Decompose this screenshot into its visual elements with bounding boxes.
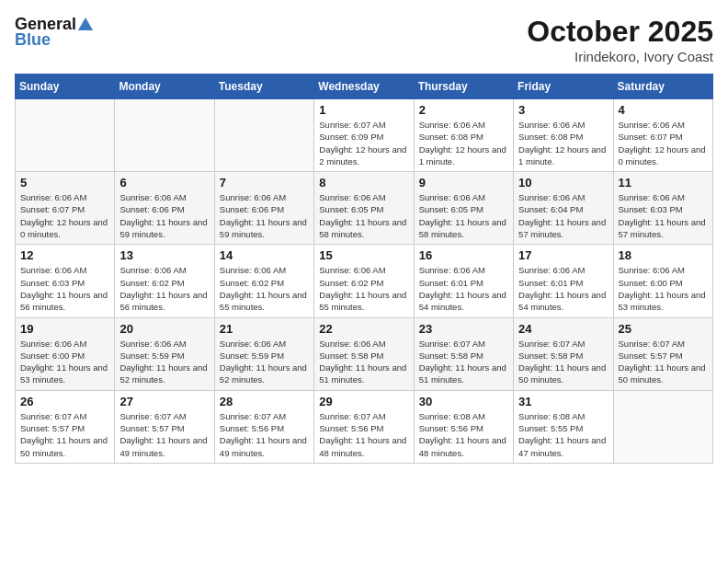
- calendar-day-header: Tuesday: [214, 75, 313, 99]
- day-number: 3: [518, 103, 608, 117]
- day-number: 22: [319, 322, 408, 336]
- calendar-day-cell: 20Sunrise: 6:06 AMSunset: 5:59 PMDayligh…: [115, 317, 214, 390]
- day-info: Sunrise: 6:07 AMSunset: 6:09 PMDaylight:…: [319, 119, 408, 167]
- calendar-day-cell: 30Sunrise: 6:08 AMSunset: 5:56 PMDayligh…: [414, 390, 513, 463]
- day-number: 4: [619, 103, 708, 117]
- logo-blue-text: Blue: [15, 30, 51, 50]
- calendar-day-cell: 5Sunrise: 6:06 AMSunset: 6:07 PMDaylight…: [16, 172, 115, 245]
- calendar-day-header: Saturday: [613, 75, 712, 99]
- day-info: Sunrise: 6:06 AMSunset: 5:59 PMDaylight:…: [220, 338, 309, 386]
- day-info: Sunrise: 6:06 AMSunset: 6:02 PMDaylight:…: [119, 264, 209, 313]
- calendar-title: October 2025: [527, 15, 713, 49]
- day-number: 26: [20, 395, 109, 408]
- day-number: 19: [20, 322, 109, 336]
- day-number: 5: [20, 176, 109, 190]
- day-info: Sunrise: 6:07 AMSunset: 5:56 PMDaylight:…: [220, 410, 309, 459]
- day-number: 17: [518, 248, 608, 262]
- calendar-day-cell: 15Sunrise: 6:06 AMSunset: 6:02 PMDayligh…: [314, 245, 414, 317]
- calendar-day-cell: 21Sunrise: 6:06 AMSunset: 5:59 PMDayligh…: [214, 317, 313, 390]
- day-info: Sunrise: 6:07 AMSunset: 5:57 PMDaylight:…: [119, 410, 209, 459]
- calendar-day-cell: 18Sunrise: 6:06 AMSunset: 6:00 PMDayligh…: [613, 245, 712, 317]
- day-number: 27: [119, 395, 209, 408]
- calendar-day-cell: 26Sunrise: 6:07 AMSunset: 5:57 PMDayligh…: [16, 390, 115, 463]
- calendar-day-header: Thursday: [414, 75, 513, 99]
- calendar-week-row: 5Sunrise: 6:06 AMSunset: 6:07 PMDaylight…: [16, 172, 713, 245]
- day-info: Sunrise: 6:08 AMSunset: 5:55 PMDaylight:…: [518, 410, 608, 459]
- calendar-day-header: Wednesday: [314, 75, 414, 99]
- day-info: Sunrise: 6:07 AMSunset: 5:58 PMDaylight:…: [419, 338, 508, 386]
- day-number: 16: [419, 248, 508, 262]
- calendar-day-cell: 1Sunrise: 6:07 AMSunset: 6:09 PMDaylight…: [314, 99, 414, 172]
- calendar-header-row: SundayMondayTuesdayWednesdayThursdayFrid…: [16, 75, 713, 99]
- calendar-day-header: Sunday: [16, 75, 115, 99]
- calendar-day-cell: 11Sunrise: 6:06 AMSunset: 6:03 PMDayligh…: [613, 172, 712, 245]
- day-number: 12: [20, 248, 109, 262]
- day-number: 6: [119, 176, 209, 190]
- day-info: Sunrise: 6:06 AMSunset: 6:02 PMDaylight:…: [319, 264, 408, 313]
- day-info: Sunrise: 6:07 AMSunset: 5:57 PMDaylight:…: [20, 410, 109, 459]
- calendar-week-row: 26Sunrise: 6:07 AMSunset: 5:57 PMDayligh…: [16, 390, 713, 463]
- calendar-day-cell: [214, 99, 313, 172]
- day-info: Sunrise: 6:06 AMSunset: 6:00 PMDaylight:…: [20, 338, 109, 386]
- day-info: Sunrise: 6:06 AMSunset: 5:59 PMDaylight:…: [119, 338, 209, 386]
- title-block: October 2025 Irindekoro, Ivory Coast: [527, 15, 713, 64]
- day-number: 23: [419, 322, 508, 336]
- day-number: 1: [319, 103, 408, 117]
- calendar-day-cell: 24Sunrise: 6:07 AMSunset: 5:58 PMDayligh…: [514, 317, 613, 390]
- calendar-week-row: 12Sunrise: 6:06 AMSunset: 6:03 PMDayligh…: [16, 245, 713, 317]
- day-info: Sunrise: 6:06 AMSunset: 6:07 PMDaylight:…: [20, 191, 109, 240]
- day-number: 31: [518, 395, 608, 408]
- day-number: 25: [619, 322, 708, 336]
- day-info: Sunrise: 6:06 AMSunset: 6:06 PMDaylight:…: [220, 191, 309, 240]
- calendar-day-cell: 16Sunrise: 6:06 AMSunset: 6:01 PMDayligh…: [414, 245, 513, 317]
- calendar-day-cell: 2Sunrise: 6:06 AMSunset: 6:08 PMDaylight…: [414, 99, 513, 172]
- day-number: 10: [518, 176, 608, 190]
- day-info: Sunrise: 6:06 AMSunset: 6:08 PMDaylight:…: [419, 119, 508, 167]
- calendar-day-cell: 13Sunrise: 6:06 AMSunset: 6:02 PMDayligh…: [115, 245, 214, 317]
- day-number: 15: [319, 248, 408, 262]
- calendar-day-cell: 6Sunrise: 6:06 AMSunset: 6:06 PMDaylight…: [115, 172, 214, 245]
- day-number: 21: [220, 322, 309, 336]
- day-number: 11: [619, 176, 708, 190]
- day-info: Sunrise: 6:07 AMSunset: 5:56 PMDaylight:…: [319, 410, 408, 459]
- day-number: 9: [419, 176, 508, 190]
- calendar-day-cell: 3Sunrise: 6:06 AMSunset: 6:08 PMDaylight…: [514, 99, 613, 172]
- calendar-table: SundayMondayTuesdayWednesdayThursdayFrid…: [15, 74, 713, 464]
- day-info: Sunrise: 6:06 AMSunset: 6:04 PMDaylight:…: [518, 191, 608, 240]
- day-info: Sunrise: 6:06 AMSunset: 6:06 PMDaylight:…: [119, 191, 209, 240]
- calendar-day-cell: 17Sunrise: 6:06 AMSunset: 6:01 PMDayligh…: [514, 245, 613, 317]
- calendar-day-cell: 14Sunrise: 6:06 AMSunset: 6:02 PMDayligh…: [214, 245, 313, 317]
- day-info: Sunrise: 6:06 AMSunset: 6:02 PMDaylight:…: [220, 264, 309, 313]
- calendar-day-cell: 29Sunrise: 6:07 AMSunset: 5:56 PMDayligh…: [314, 390, 414, 463]
- calendar-subtitle: Irindekoro, Ivory Coast: [527, 49, 713, 64]
- calendar-day-cell: 9Sunrise: 6:06 AMSunset: 6:05 PMDaylight…: [414, 172, 513, 245]
- day-number: 20: [119, 322, 209, 336]
- logo: General Blue: [15, 15, 93, 50]
- day-number: 28: [220, 395, 309, 408]
- day-number: 7: [220, 176, 309, 190]
- calendar-day-cell: 8Sunrise: 6:06 AMSunset: 6:05 PMDaylight…: [314, 172, 414, 245]
- calendar-day-cell: 31Sunrise: 6:08 AMSunset: 5:55 PMDayligh…: [514, 390, 613, 463]
- logo-icon: [78, 17, 93, 30]
- calendar-day-cell: [115, 99, 214, 172]
- day-info: Sunrise: 6:06 AMSunset: 6:05 PMDaylight:…: [319, 191, 408, 240]
- day-info: Sunrise: 6:06 AMSunset: 5:58 PMDaylight:…: [319, 338, 408, 386]
- day-info: Sunrise: 6:06 AMSunset: 6:08 PMDaylight:…: [518, 119, 608, 167]
- day-number: 30: [419, 395, 508, 408]
- calendar-day-cell: 12Sunrise: 6:06 AMSunset: 6:03 PMDayligh…: [16, 245, 115, 317]
- calendar-day-header: Friday: [514, 75, 613, 99]
- day-number: 18: [619, 248, 708, 262]
- day-number: 24: [518, 322, 608, 336]
- day-info: Sunrise: 6:06 AMSunset: 6:01 PMDaylight:…: [419, 264, 508, 313]
- day-number: 2: [419, 103, 508, 117]
- calendar-day-cell: 19Sunrise: 6:06 AMSunset: 6:00 PMDayligh…: [16, 317, 115, 390]
- day-number: 14: [220, 248, 309, 262]
- calendar-day-header: Monday: [115, 75, 214, 99]
- day-info: Sunrise: 6:07 AMSunset: 5:57 PMDaylight:…: [619, 338, 708, 386]
- day-number: 13: [119, 248, 209, 262]
- calendar-day-cell: 10Sunrise: 6:06 AMSunset: 6:04 PMDayligh…: [514, 172, 613, 245]
- calendar-day-cell: 27Sunrise: 6:07 AMSunset: 5:57 PMDayligh…: [115, 390, 214, 463]
- calendar-week-row: 1Sunrise: 6:07 AMSunset: 6:09 PMDaylight…: [16, 99, 713, 172]
- day-number: 29: [319, 395, 408, 408]
- calendar-day-cell: 25Sunrise: 6:07 AMSunset: 5:57 PMDayligh…: [613, 317, 712, 390]
